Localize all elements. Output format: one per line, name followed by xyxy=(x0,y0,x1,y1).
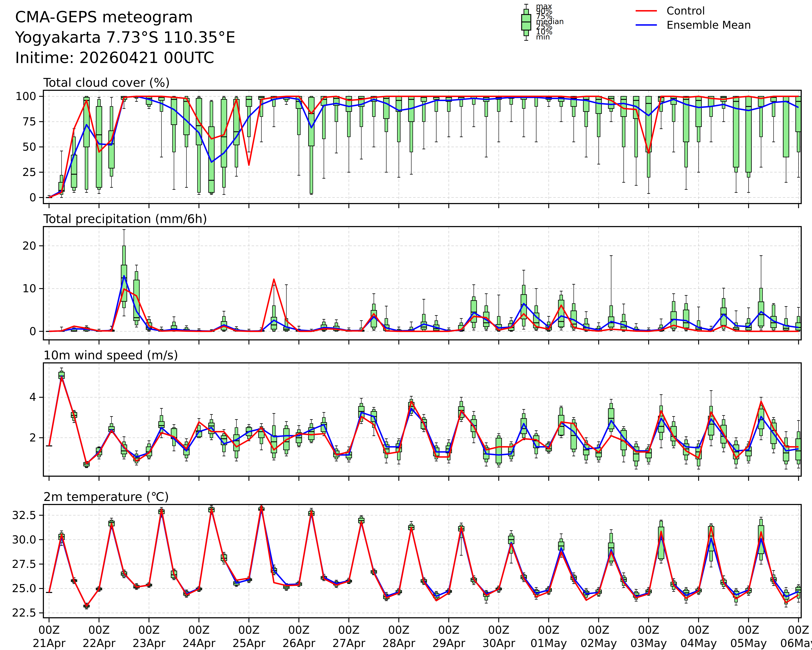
box-75-90 xyxy=(660,325,662,328)
box-10-25 xyxy=(372,101,375,117)
box-75-90 xyxy=(198,426,200,431)
box-10-25 xyxy=(647,458,650,462)
box-10-25 xyxy=(310,146,313,194)
box-10-25 xyxy=(185,135,188,147)
box-75-90 xyxy=(273,426,275,436)
x-label-date: 05May xyxy=(730,637,767,650)
meteogram-svg: 0255075100Total cloud cover (%)01020Tota… xyxy=(0,0,812,650)
panel-title: Total precipitation (mm/6h) xyxy=(43,212,207,226)
box-75-90 xyxy=(560,539,563,542)
x-axis-labels: 00Z21Apr00Z22Apr00Z23Apr00Z24Apr00Z25Apr… xyxy=(33,623,812,650)
box-75-90 xyxy=(423,314,425,322)
y-tick-label: 32.5 xyxy=(12,509,36,522)
y-tick-label: 22.5 xyxy=(12,606,36,619)
x-label-date: 23Apr xyxy=(133,637,166,650)
y-tick-label: 10 xyxy=(22,282,36,295)
box-10-25 xyxy=(522,319,525,326)
box-75-90 xyxy=(510,534,513,536)
box-25-75 xyxy=(696,96,702,127)
box-75-90 xyxy=(148,444,150,447)
x-label-hour: 00Z xyxy=(438,623,459,636)
y-tick-label: 0 xyxy=(29,191,36,204)
box-10-25 xyxy=(585,455,588,460)
box-10-25 xyxy=(198,145,200,192)
box-75-90 xyxy=(322,322,325,325)
box-75-90 xyxy=(310,424,313,428)
box-10-25 xyxy=(285,450,288,454)
box-75-90 xyxy=(385,319,388,325)
boxplot-series xyxy=(46,368,801,469)
box-75-90 xyxy=(485,306,488,312)
box-75-90 xyxy=(472,297,475,301)
box-10-25 xyxy=(510,456,513,459)
x-label-date: 02May xyxy=(580,637,617,650)
box-75-90 xyxy=(335,323,338,326)
x-label-hour: 00Z xyxy=(388,623,409,636)
box-10-25 xyxy=(722,443,725,448)
y-tick-label: 20 xyxy=(22,239,36,252)
panel-3: 22.525.027.530.032.52m temperature (℃) xyxy=(12,490,801,623)
box-75-90 xyxy=(572,420,575,423)
box-25-75 xyxy=(234,435,239,451)
box-75-90 xyxy=(722,420,725,425)
box-10-25 xyxy=(485,101,488,117)
box-75-90 xyxy=(522,413,525,419)
box-10-25 xyxy=(772,444,775,449)
box-75-90 xyxy=(772,305,775,316)
box-75-90 xyxy=(785,590,788,592)
box-10-25 xyxy=(747,172,750,177)
box-75-90 xyxy=(522,285,525,294)
x-label-date: 27Apr xyxy=(332,637,365,650)
box-10-25 xyxy=(610,108,613,111)
panel-frame xyxy=(43,505,801,618)
box-10-25 xyxy=(610,429,613,432)
box-75-90 xyxy=(110,106,113,131)
box-10-25 xyxy=(572,449,575,452)
box-10-25 xyxy=(797,460,800,464)
box-25-75 xyxy=(733,96,739,167)
box-10-25 xyxy=(298,443,300,446)
panel-0: 0255075100Total cloud cover (%) xyxy=(15,76,801,208)
box-75-90 xyxy=(110,424,113,427)
box-10-25 xyxy=(385,119,388,132)
x-label-date: 24Apr xyxy=(183,637,216,650)
meteogram-chart: 0255075100Total cloud cover (%)01020Tota… xyxy=(0,0,812,650)
box-25-75 xyxy=(96,106,102,187)
box-10-25 xyxy=(647,152,650,177)
y-tick-label: 75 xyxy=(22,115,36,128)
box-10-25 xyxy=(235,145,238,167)
box-10-25 xyxy=(747,456,750,461)
box-10-25 xyxy=(247,106,250,137)
box-25-75 xyxy=(159,421,164,427)
box-75-90 xyxy=(685,304,688,310)
box-75-90 xyxy=(585,319,588,324)
box-10-25 xyxy=(73,188,75,191)
box-25-75 xyxy=(383,96,389,119)
box-25-75 xyxy=(496,438,502,463)
box-75-90 xyxy=(560,295,563,300)
box-10-25 xyxy=(635,461,638,466)
box-10-25 xyxy=(273,453,275,458)
y-tick-label: 30.0 xyxy=(12,533,36,546)
box-10-25 xyxy=(685,455,688,460)
x-label-date: 06May xyxy=(780,637,812,650)
box-10-25 xyxy=(460,99,462,106)
box-25-75 xyxy=(583,96,589,111)
y-tick-label: 25.0 xyxy=(12,582,36,595)
box-10-25 xyxy=(210,434,213,438)
y-tick-label: 0 xyxy=(29,325,36,338)
box-75-90 xyxy=(785,319,788,325)
box-10-25 xyxy=(185,455,188,458)
box-10-25 xyxy=(122,454,125,457)
box-10-25 xyxy=(410,122,413,152)
box-75-90 xyxy=(210,101,213,127)
x-label-date: 28Apr xyxy=(382,637,415,650)
box-10-25 xyxy=(585,595,588,597)
box-25-75 xyxy=(346,96,352,111)
panel-1: 01020Total precipitation (mm/6h) xyxy=(22,212,801,345)
panel-2: 2410m wind speed (m/s) xyxy=(29,348,801,481)
x-label-date: 21Apr xyxy=(33,637,66,650)
x-label-hour: 00Z xyxy=(788,623,809,636)
box-75-90 xyxy=(298,430,300,433)
box-75-90 xyxy=(672,301,675,312)
